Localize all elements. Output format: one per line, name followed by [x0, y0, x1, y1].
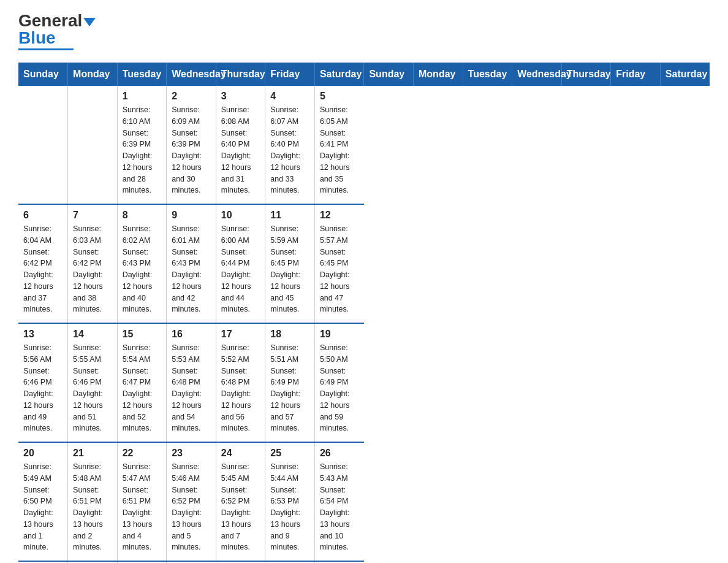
calendar-cell: 12Sunrise: 5:57 AMSunset: 6:45 PMDayligh…	[314, 204, 364, 323]
column-header-sunday: Sunday	[18, 63, 68, 86]
day-info: Sunrise: 5:43 AMSunset: 6:54 PMDaylight:…	[320, 461, 359, 553]
calendar-cell: 10Sunrise: 6:00 AMSunset: 6:44 PMDayligh…	[216, 204, 265, 323]
calendar-table: SundayMondayTuesdayWednesdayThursdayFrid…	[18, 63, 710, 563]
column-header-sunday: Sunday	[364, 63, 414, 86]
column-header-saturday: Saturday	[660, 63, 710, 86]
day-info: Sunrise: 6:04 AMSunset: 6:42 PMDaylight:…	[23, 223, 63, 315]
day-number: 10	[221, 210, 260, 221]
column-header-wednesday: Wednesday	[167, 63, 216, 86]
day-number: 9	[172, 210, 211, 221]
day-number: 21	[73, 448, 112, 459]
calendar-cell	[68, 86, 118, 204]
day-info: Sunrise: 5:55 AMSunset: 6:46 PMDaylight:…	[73, 342, 112, 434]
day-number: 2	[172, 91, 211, 102]
calendar-cell: 9Sunrise: 6:01 AMSunset: 6:43 PMDaylight…	[167, 204, 216, 323]
calendar-cell: 4Sunrise: 6:07 AMSunset: 6:40 PMDaylight…	[265, 86, 315, 204]
day-number: 24	[221, 448, 260, 459]
calendar-cell: 3Sunrise: 6:08 AMSunset: 6:40 PMDaylight…	[216, 86, 265, 204]
day-number: 16	[172, 329, 211, 340]
day-info: Sunrise: 6:10 AMSunset: 6:39 PMDaylight:…	[123, 104, 162, 196]
day-number: 25	[270, 448, 309, 459]
calendar-cell: 7Sunrise: 6:03 AMSunset: 6:42 PMDaylight…	[68, 204, 118, 323]
column-header-thursday: Thursday	[561, 63, 611, 86]
day-number: 5	[320, 91, 359, 102]
day-number: 20	[23, 448, 63, 459]
calendar-cell: 16Sunrise: 5:53 AMSunset: 6:48 PMDayligh…	[167, 323, 216, 442]
calendar-cell: 6Sunrise: 6:04 AMSunset: 6:42 PMDaylight…	[18, 204, 68, 323]
day-info: Sunrise: 5:46 AMSunset: 6:52 PMDaylight:…	[172, 461, 211, 553]
column-header-saturday: Saturday	[314, 63, 364, 86]
calendar-cell: 8Sunrise: 6:02 AMSunset: 6:43 PMDaylight…	[117, 204, 167, 323]
day-number: 1	[123, 91, 162, 102]
calendar-cell	[18, 86, 68, 204]
logo: General Blue	[18, 12, 96, 50]
day-number: 17	[221, 329, 260, 340]
day-number: 12	[320, 210, 359, 221]
calendar-cell: 5Sunrise: 6:05 AMSunset: 6:41 PMDaylight…	[314, 86, 364, 204]
calendar-cell: 24Sunrise: 5:45 AMSunset: 6:52 PMDayligh…	[216, 442, 265, 561]
day-info: Sunrise: 5:56 AMSunset: 6:46 PMDaylight:…	[23, 342, 63, 434]
day-info: Sunrise: 6:01 AMSunset: 6:43 PMDaylight:…	[172, 223, 211, 315]
day-number: 11	[270, 210, 309, 221]
day-info: Sunrise: 5:49 AMSunset: 6:50 PMDaylight:…	[23, 461, 63, 553]
day-info: Sunrise: 6:07 AMSunset: 6:40 PMDaylight:…	[270, 104, 309, 196]
logo-text: General Blue	[18, 12, 96, 47]
calendar-week-row: 13Sunrise: 5:56 AMSunset: 6:46 PMDayligh…	[18, 323, 710, 442]
day-number: 7	[73, 210, 112, 221]
day-info: Sunrise: 5:53 AMSunset: 6:48 PMDaylight:…	[172, 342, 211, 434]
day-info: Sunrise: 6:08 AMSunset: 6:40 PMDaylight:…	[221, 104, 260, 196]
day-number: 14	[73, 329, 112, 340]
column-header-friday: Friday	[611, 63, 661, 86]
day-number: 8	[123, 210, 162, 221]
calendar-header-row: SundayMondayTuesdayWednesdayThursdayFrid…	[18, 63, 710, 86]
day-info: Sunrise: 5:57 AMSunset: 6:45 PMDaylight:…	[320, 223, 359, 315]
day-info: Sunrise: 5:47 AMSunset: 6:51 PMDaylight:…	[123, 461, 162, 553]
column-header-monday: Monday	[414, 63, 463, 86]
logo-blue: Blue	[18, 28, 56, 47]
column-header-wednesday: Wednesday	[512, 63, 562, 86]
logo-triangle-icon	[83, 18, 96, 26]
calendar-cell: 14Sunrise: 5:55 AMSunset: 6:46 PMDayligh…	[68, 323, 118, 442]
logo-underline	[18, 48, 74, 50]
calendar-cell: 13Sunrise: 5:56 AMSunset: 6:46 PMDayligh…	[18, 323, 68, 442]
day-info: Sunrise: 5:48 AMSunset: 6:51 PMDaylight:…	[73, 461, 112, 553]
day-number: 4	[270, 91, 309, 102]
day-number: 13	[23, 329, 63, 340]
day-info: Sunrise: 5:59 AMSunset: 6:45 PMDaylight:…	[270, 223, 309, 315]
column-header-friday: Friday	[265, 63, 315, 86]
calendar-cell: 23Sunrise: 5:46 AMSunset: 6:52 PMDayligh…	[167, 442, 216, 561]
calendar-cell: 1Sunrise: 6:10 AMSunset: 6:39 PMDaylight…	[117, 86, 167, 204]
day-info: Sunrise: 6:03 AMSunset: 6:42 PMDaylight:…	[73, 223, 112, 315]
day-number: 18	[270, 329, 309, 340]
day-info: Sunrise: 5:50 AMSunset: 6:49 PMDaylight:…	[320, 342, 359, 434]
day-info: Sunrise: 6:05 AMSunset: 6:41 PMDaylight:…	[320, 104, 359, 196]
calendar-cell: 18Sunrise: 5:51 AMSunset: 6:49 PMDayligh…	[265, 323, 315, 442]
calendar-cell: 19Sunrise: 5:50 AMSunset: 6:49 PMDayligh…	[314, 323, 364, 442]
calendar-cell: 20Sunrise: 5:49 AMSunset: 6:50 PMDayligh…	[18, 442, 68, 561]
day-info: Sunrise: 5:44 AMSunset: 6:53 PMDaylight:…	[270, 461, 309, 553]
day-number: 26	[320, 448, 359, 459]
day-number: 19	[320, 329, 359, 340]
calendar-week-row: 20Sunrise: 5:49 AMSunset: 6:50 PMDayligh…	[18, 442, 710, 561]
calendar-cell: 22Sunrise: 5:47 AMSunset: 6:51 PMDayligh…	[117, 442, 167, 561]
calendar-week-row: 1Sunrise: 6:10 AMSunset: 6:39 PMDaylight…	[18, 86, 710, 204]
calendar-cell: 11Sunrise: 5:59 AMSunset: 6:45 PMDayligh…	[265, 204, 315, 323]
day-number: 23	[172, 448, 211, 459]
calendar-cell: 25Sunrise: 5:44 AMSunset: 6:53 PMDayligh…	[265, 442, 315, 561]
day-number: 15	[123, 329, 162, 340]
calendar-cell: 2Sunrise: 6:09 AMSunset: 6:39 PMDaylight…	[167, 86, 216, 204]
calendar-cell: 15Sunrise: 5:54 AMSunset: 6:47 PMDayligh…	[117, 323, 167, 442]
page-header: General Blue	[18, 12, 710, 50]
column-header-thursday: Thursday	[216, 63, 265, 86]
logo-general: General	[18, 11, 82, 30]
day-info: Sunrise: 6:09 AMSunset: 6:39 PMDaylight:…	[172, 104, 211, 196]
column-header-monday: Monday	[68, 63, 118, 86]
column-header-tuesday: Tuesday	[117, 63, 167, 86]
day-number: 22	[123, 448, 162, 459]
calendar-cell: 26Sunrise: 5:43 AMSunset: 6:54 PMDayligh…	[314, 442, 364, 561]
day-info: Sunrise: 5:52 AMSunset: 6:48 PMDaylight:…	[221, 342, 260, 434]
calendar-cell: 17Sunrise: 5:52 AMSunset: 6:48 PMDayligh…	[216, 323, 265, 442]
column-header-tuesday: Tuesday	[463, 63, 512, 86]
day-info: Sunrise: 5:54 AMSunset: 6:47 PMDaylight:…	[123, 342, 162, 434]
day-info: Sunrise: 6:00 AMSunset: 6:44 PMDaylight:…	[221, 223, 260, 315]
